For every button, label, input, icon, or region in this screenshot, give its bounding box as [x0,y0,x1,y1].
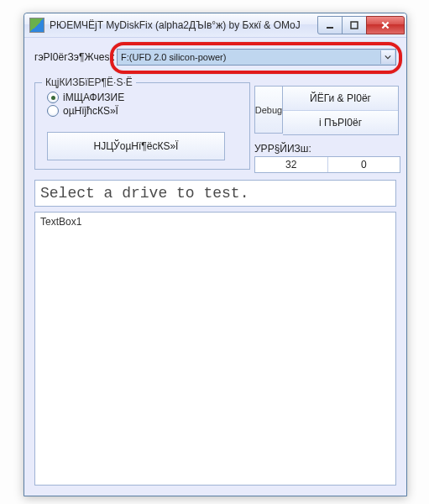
cancel-fix-label: і ПъРІ0ёг [319,117,362,129]
client-area: гэРІ0ёгЗэ¶Жчеѕ : F:(UFD 2.0 silicon-powe… [29,39,401,491]
svg-rect-1 [351,22,358,29]
titlebar[interactable]: РЮЕМЧЁјТ MyDiskFix (alpha2ДЪІв°ж) by Бхк… [24,13,406,38]
window-frame: РЮЕМЧЁјТ MyDiskFix (alpha2ДЪІв°ж) by Бхк… [24,13,407,496]
maximize-button[interactable] [342,16,367,34]
minimize-button[interactable] [317,16,343,34]
cancel-fix-button[interactable]: і ПъРІ0ёг [283,111,398,134]
sectors-label: УРР§ЙИЗш: [254,143,311,155]
radio-option-1[interactable]: іМЩАФИЗИЕ [47,92,124,103]
debug-label: Debug [255,105,282,115]
radio-icon [47,105,59,117]
log-textbox-content: TextBox1 [40,216,81,228]
format-button-label: НЈЦЎоµНї¶ёсКЅ»Ї [94,140,179,152]
groupbox-legend: КцјКИЗБїЕР¶Ё·Ѕ·Ё [42,76,136,88]
chevron-down-icon[interactable] [380,50,395,64]
mode-groupbox: КцјКИЗБїЕР¶Ё·Ѕ·Ё іМЩАФИЗИЕ оµНїјћcКЅ»Ї Н… [34,82,250,170]
drive-select-label: гэРІ0ёгЗэ¶Жчеѕ : [34,51,117,63]
radio-2-label: оµНїјћcКЅ»Ї [63,105,118,117]
sectors-cell-0: 32 [255,157,328,172]
radio-icon [47,92,59,103]
close-button[interactable] [366,16,405,34]
status-text: Select a drive to test. [40,185,249,202]
window-title: РЮЕМЧЁјТ MyDiskFix (alpha2ДЪІв°ж) by Бхк… [50,19,318,31]
sectors-table: 32 0 [254,156,400,173]
sectors-cell-1: 0 [328,157,400,172]
radio-option-2[interactable]: оµНїјћcКЅ»Ї [47,105,124,117]
status-box: Select a drive to test. [34,180,396,207]
drive-select-combo[interactable]: F:(UFD 2.0 silicon-power) [117,49,396,66]
svg-rect-0 [327,27,333,29]
scan-and-fix-button[interactable]: ЙЁГи & РІ0ёг [283,87,398,111]
format-button[interactable]: НЈЦЎоµНї¶ёсКЅ»Ї [47,132,225,160]
scan-and-fix-label: ЙЁГи & РІ0ёг [310,92,371,104]
log-textbox[interactable]: TextBox1 [34,212,396,486]
drive-select-value: F:(UFD 2.0 silicon-power) [121,52,226,62]
action-button-stack: ЙЁГи & РІ0ёг і ПъРІ0ёг [283,86,399,135]
app-icon [29,18,44,33]
debug-label-cell[interactable]: Debug [254,86,283,134]
radio-1-label: іМЩАФИЗИЕ [63,92,124,103]
